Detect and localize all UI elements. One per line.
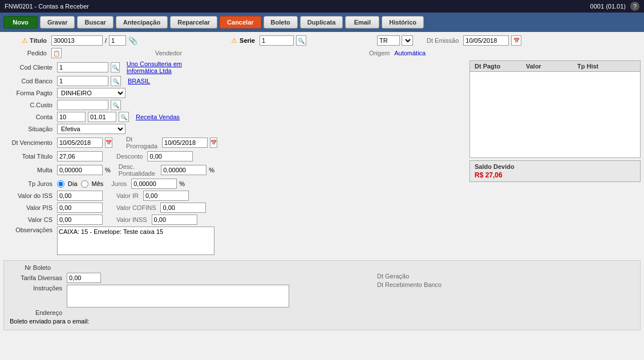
boleto-email-label: Boleto enviado para o email: [10, 318, 89, 325]
forma-pagto-label: Forma Pagto [3, 90, 55, 96]
tr-select[interactable]: ▼ [402, 35, 413, 46]
dt-emissao-cal-button[interactable]: 📅 [511, 35, 521, 46]
desc-pontualidade-input[interactable] [161, 165, 206, 175]
tr-input[interactable] [377, 35, 400, 46]
bottom-section: Nr Boleto Tarifa Diversas Instruções End… [3, 260, 641, 330]
tarifa-diversas-label: Tarifa Diversas [7, 274, 64, 281]
reparcelar-button[interactable]: Reparcelar [170, 16, 217, 29]
total-titulo-input[interactable] [57, 151, 103, 161]
valor-iss-label: Valor do ISS [3, 192, 55, 199]
titulo-slash: / [105, 37, 107, 44]
conta-search-button[interactable]: 🔍 [119, 112, 129, 122]
cod-cliente-search-button[interactable]: 🔍 [111, 62, 120, 72]
nr-boleto-label: Nr Boleto [7, 264, 53, 271]
cod-banco-search-button[interactable]: 🔍 [111, 76, 121, 86]
dt-vencimento-cal-button[interactable]: 📅 [105, 137, 112, 148]
conta-desc[interactable]: Receita Vendas [136, 114, 180, 120]
table-action-header [626, 62, 638, 70]
valor-cofins-input[interactable] [160, 203, 206, 213]
valor-cofins-label: Valor COFINS [116, 204, 156, 211]
email-button[interactable]: Email [345, 16, 379, 29]
table-body [470, 72, 640, 157]
juros-label: Juros [111, 180, 127, 187]
dt-prorrogada-cal-button[interactable]: 📅 [210, 137, 217, 148]
valor-iss-input[interactable] [57, 191, 103, 201]
conta-label: Conta [3, 114, 55, 120]
valor-cs-input[interactable] [57, 215, 103, 225]
desc-pontualidade-pct: % [209, 167, 214, 173]
dt-geracao-label: Dt Geração [377, 273, 409, 280]
endereco-label: Endereço [7, 309, 64, 316]
instrucoes-textarea[interactable] [67, 285, 289, 308]
instrucoes-label: Instruções [7, 285, 64, 292]
valor-pis-input[interactable] [57, 203, 103, 213]
valor-cs-label: Valor CS [3, 216, 55, 223]
dt-prorrogada-label: Dt Prorrogada [126, 136, 157, 149]
origem-label: Origem [369, 50, 390, 56]
cod-cliente-label: Cod Cliente [3, 64, 55, 71]
serie-warning-icon: ⚠ [231, 37, 237, 45]
desconto-input[interactable] [147, 151, 193, 161]
titulo-label: Título [30, 37, 47, 44]
multa-pct: % [105, 167, 111, 173]
valor-inss-input[interactable] [152, 215, 197, 225]
situacao-label: Situação [3, 126, 55, 132]
cod-cliente-input[interactable] [57, 62, 108, 72]
dt-vencimento-label: Dt Vencimento [3, 139, 55, 146]
valor-header: Valor [524, 62, 575, 70]
serie-search-button[interactable]: 🔍 [296, 35, 306, 46]
novo-button[interactable]: Novo [3, 16, 38, 29]
help-icon[interactable]: ? [630, 2, 639, 11]
observacoes-textarea[interactable]: CAIXA: 15 - Envelope: Teste caixa 15 [57, 226, 214, 255]
toolbar: Novo Gravar Buscar Antecipação Reparcela… [0, 13, 644, 32]
tarifa-diversas-input[interactable] [67, 273, 101, 283]
duplicata-button[interactable]: Duplicata [300, 16, 343, 29]
situacao-select[interactable]: Efetiva [57, 124, 125, 134]
empresa-name[interactable]: Uno Consulteria em Informática Ltda [127, 60, 214, 74]
pedido-search-button[interactable]: 📋 [51, 48, 62, 58]
serie-input[interactable] [260, 35, 294, 46]
clip-icon[interactable]: 📎 [128, 37, 137, 45]
conta-input2[interactable] [88, 112, 116, 122]
tp-hist-header: Tp Hist [575, 62, 626, 70]
historico-button[interactable]: Histórico [382, 16, 424, 29]
ccusto-search-button[interactable]: 🔍 [111, 100, 121, 110]
valor-ir-input[interactable] [143, 191, 189, 201]
vendedor-label: Vendedor [155, 50, 182, 56]
observacoes-label: Observações [3, 226, 55, 233]
multa-label: Multa [3, 167, 55, 173]
dia-label: Dia [68, 180, 78, 187]
juros-pct: % [179, 180, 185, 187]
dia-radio[interactable] [57, 180, 64, 188]
cod-banco-input[interactable] [57, 76, 108, 86]
mes-label: Mês [92, 180, 104, 187]
juros-input[interactable] [131, 179, 177, 189]
banco-name[interactable]: BRASIL [128, 78, 150, 84]
desconto-label: Desconto [116, 153, 143, 160]
antecipacao-button[interactable]: Antecipação [116, 16, 168, 29]
title-bar: FNW0201 - Contas a Receber 0001 (01.01) … [0, 0, 644, 13]
dt-emissao-input[interactable] [463, 35, 509, 46]
saldo-box: Saldo Devido R$ 27,06 [469, 160, 641, 182]
table-header: Dt Pagto Valor Tp Hist [470, 61, 640, 72]
titulo-sub-input[interactable] [109, 35, 126, 46]
multa-input[interactable] [57, 165, 103, 175]
gravar-button[interactable]: Gravar [40, 16, 75, 29]
saldo-devido-label: Saldo Devido [475, 163, 635, 170]
origem-value: Automática [394, 50, 426, 56]
dt-emissao-label: Dt Emissão [427, 37, 459, 44]
serie-label: Serie [240, 37, 255, 44]
dt-vencimento-input[interactable] [57, 137, 103, 148]
boleto-button[interactable]: Boleto [264, 16, 298, 29]
buscar-button[interactable]: Buscar [77, 16, 113, 29]
valor-ir-label: Valor IR [116, 192, 139, 199]
user-info: 0001 (01.01) [590, 3, 626, 10]
mes-radio[interactable] [81, 180, 88, 188]
ccusto-input[interactable] [57, 100, 108, 110]
titulo-input[interactable] [51, 35, 103, 46]
forma-pagto-select[interactable]: DINHEIRO [57, 88, 125, 98]
conta-input1[interactable] [57, 112, 86, 122]
dt-prorrogada-input[interactable] [162, 137, 208, 148]
cancelar-button[interactable]: Cancelar [220, 16, 261, 29]
ccusto-label: C.Custo [3, 102, 55, 108]
